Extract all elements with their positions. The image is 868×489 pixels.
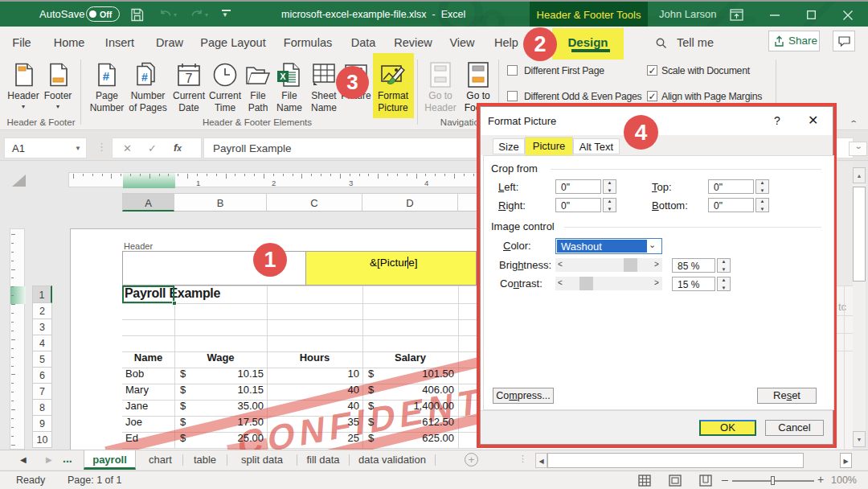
svg-text:#: # [103,69,110,83]
svg-text:7: 7 [186,72,193,85]
svg-text:#: # [141,71,148,84]
svg-text:X: X [280,72,286,81]
